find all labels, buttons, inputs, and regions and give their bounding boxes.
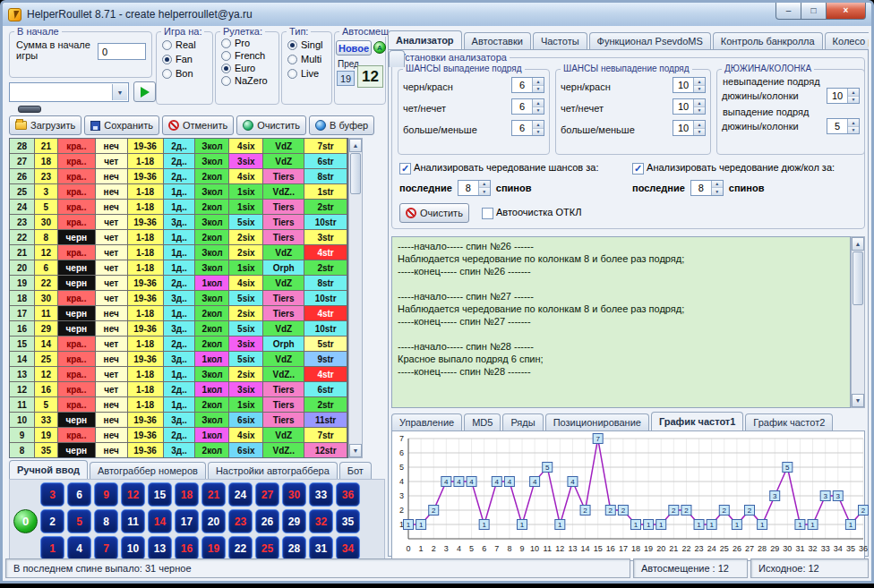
table-cell[interactable]: чет [96, 291, 128, 306]
table-row[interactable]: 2821кра..неч19-362д..Зкол4sixVdZ7str [10, 139, 347, 154]
new-autoshift-button[interactable]: Новое [336, 40, 372, 55]
table-cell[interactable]: 1-18 [128, 397, 164, 413]
table-row[interactable]: 835черннеч19-363д..2кол6sixVdZ..12str [10, 443, 347, 458]
table-cell[interactable]: 19-36 [128, 215, 164, 230]
scroll-up-icon[interactable]: ▲ [852, 237, 864, 251]
board-cell[interactable]: 22 [228, 536, 253, 560]
table-cell[interactable]: VdZ [263, 321, 304, 337]
table-cell[interactable]: черн [58, 260, 96, 276]
table-cell[interactable]: 4six [229, 169, 263, 184]
table-cell[interactable]: неч [96, 200, 128, 215]
table-cell[interactable]: черн [58, 230, 96, 245]
table-cell[interactable]: 17 [10, 306, 35, 321]
table-cell[interactable]: 22 [35, 276, 58, 291]
board-cell[interactable]: 4 [67, 536, 91, 560]
spinner-down-icon[interactable]: ▼ [533, 86, 544, 93]
table-cell[interactable]: VdZ.. [263, 443, 304, 458]
radio-type-singl[interactable]: Singl [287, 39, 331, 50]
table-cell[interactable]: 30 [35, 291, 58, 306]
table-row[interactable]: 228чернчет1-181д..2кол2sixTiers3str [10, 230, 347, 245]
radio-type-multi[interactable]: Multi [287, 54, 331, 64]
radio-roulette-pro[interactable]: Pro [221, 38, 278, 48]
table-cell[interactable]: 5six [229, 321, 263, 337]
spinner-down-icon[interactable]: ▼ [694, 129, 705, 136]
table-cell[interactable]: 35 [35, 443, 58, 458]
table-cell[interactable]: кра.. [58, 184, 96, 200]
table-row[interactable]: 1629черннеч19-363д..2кол5sixVdZ10str [10, 321, 347, 337]
autoshift-indicator-icon[interactable]: A [373, 41, 386, 54]
tab-psevdoms[interactable]: Функционал PsevdoMS [589, 32, 711, 49]
tab-autograbber-settings[interactable]: Настройки автограббера [208, 462, 338, 479]
copy-buffer-button[interactable]: В буфер [309, 115, 374, 135]
table-cell[interactable]: черн [58, 306, 96, 321]
table-cell[interactable]: 1six [229, 200, 263, 215]
table-cell[interactable]: неч [96, 184, 128, 200]
board-cell[interactable]: 29 [282, 509, 306, 533]
table-cell[interactable]: кра.. [58, 200, 96, 215]
maximize-button[interactable]: □ [801, 3, 826, 20]
table-cell[interactable]: 1-18 [128, 367, 164, 382]
table-cell[interactable]: кра.. [58, 352, 96, 367]
table-cell[interactable]: 2д.. [164, 169, 196, 184]
table-cell[interactable]: 2д.. [164, 139, 196, 154]
spinner-value[interactable]: 10 [827, 89, 847, 103]
table-cell[interactable]: VdZ.. [263, 367, 304, 382]
tab-frequencies[interactable]: Частоты [533, 32, 587, 49]
table-cell[interactable]: 10str [304, 291, 347, 306]
table-cell[interactable]: Зкол [195, 291, 229, 306]
table-cell[interactable]: 1д.. [164, 200, 196, 215]
board-cell[interactable]: 21 [201, 482, 226, 507]
table-cell[interactable]: 6str [304, 154, 347, 169]
table-cell[interactable]: неч [96, 413, 128, 428]
table-row[interactable]: 1425кра..неч19-363д..1кол5sixVdZ9str [10, 352, 347, 367]
spinner-up-icon[interactable]: ▲ [533, 99, 544, 107]
board-cell[interactable]: 24 [228, 482, 253, 507]
table-cell[interactable]: 12 [35, 367, 58, 382]
table-cell[interactable]: 2six [229, 230, 263, 245]
table-cell[interactable]: 2кол [195, 337, 229, 352]
table-cell[interactable]: 14 [35, 337, 58, 352]
radio-game-real[interactable]: Real [162, 39, 212, 50]
table-row[interactable]: 1312кра..чет1-181д..Зкол2sixVdZ..4str [10, 367, 347, 382]
scroll-up-icon[interactable]: ▲ [349, 139, 362, 152]
table-cell[interactable]: 2д.. [164, 337, 196, 352]
tab-manual-input[interactable]: Ручной ввод [9, 460, 88, 479]
board-cell[interactable]: 28 [282, 536, 306, 560]
table-cell[interactable]: неч [96, 397, 128, 413]
board-cell[interactable]: 26 [255, 509, 279, 533]
table-row[interactable]: 245кра..неч1-181д..2кол1sixTiers2str [10, 200, 347, 215]
clear-button[interactable]: Очистить [236, 115, 306, 135]
table-cell[interactable]: 3six [229, 337, 263, 352]
table-cell[interactable]: 18 [35, 154, 58, 169]
table-cell[interactable]: 9str [304, 352, 347, 367]
table-cell[interactable]: 4six [229, 139, 263, 154]
table-cell[interactable]: VdZ [263, 154, 304, 169]
table-cell[interactable]: 1кол [195, 352, 229, 367]
table-cell[interactable]: Зкол [195, 367, 229, 382]
spinner-up-icon[interactable]: ▲ [533, 121, 544, 129]
save-button[interactable]: Сохранить [84, 115, 159, 135]
table-cell[interactable]: неч [96, 352, 128, 367]
table-cell[interactable]: 6six [229, 443, 263, 458]
undo-button[interactable]: Отменить [162, 115, 234, 135]
table-cell[interactable]: кра.. [58, 169, 96, 184]
table-cell[interactable]: 2кол [195, 200, 229, 215]
table-cell[interactable]: чет [96, 337, 128, 352]
table-cell[interactable]: 19 [35, 428, 58, 443]
spinner-down-icon[interactable]: ▼ [479, 188, 490, 195]
table-cell[interactable]: 11 [35, 306, 58, 321]
board-cell[interactable]: 1 [40, 536, 64, 560]
table-cell[interactable]: неч [96, 306, 128, 321]
table-cell[interactable]: 19-36 [128, 443, 164, 458]
table-cell[interactable]: Tiers [263, 382, 304, 397]
tab-autograbber-numbers[interactable]: Автограббер номеров [90, 462, 206, 479]
table-cell[interactable]: 3д.. [164, 215, 196, 230]
table-cell[interactable]: 6str [304, 382, 347, 397]
table-cell[interactable]: 2str [304, 260, 347, 276]
alternation-chances-checkbox[interactable]: ✓ Анализировать чередование шансов за: [399, 162, 598, 173]
table-cell[interactable]: кра.. [58, 245, 96, 260]
table-cell[interactable]: неч [96, 428, 128, 443]
board-cell[interactable]: 3 [40, 482, 64, 507]
table-cell[interactable]: 19-36 [128, 321, 164, 337]
table-cell[interactable]: 9 [10, 428, 35, 443]
